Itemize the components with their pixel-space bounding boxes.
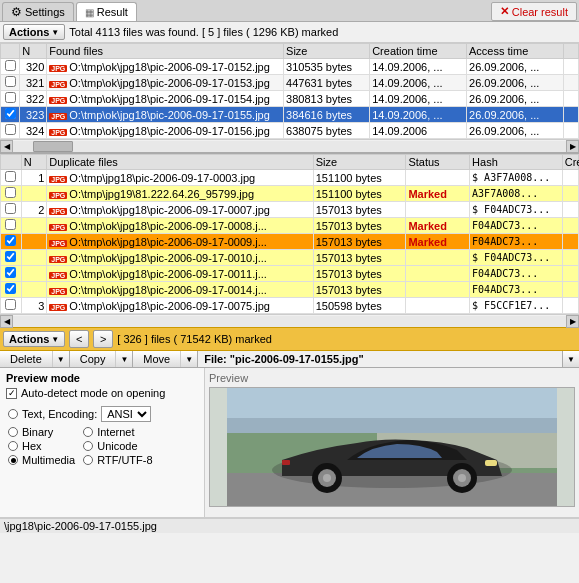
rtf-option[interactable]: RTF/UTF-8 <box>83 454 152 466</box>
status-path: \jpg18\pic-2006-09-17-0155.jpg <box>4 520 157 532</box>
delete-arrow[interactable]: ▼ <box>53 351 70 367</box>
dup-col-check <box>1 155 22 170</box>
top-actions-bar: Actions ▼ Total 4113 files was found. [ … <box>0 22 579 43</box>
internet-radio[interactable] <box>83 427 93 437</box>
move-button[interactable]: Move <box>133 351 181 367</box>
dup-row-status <box>406 202 470 218</box>
auto-detect-option[interactable]: ✓ Auto-detect mode on opening <box>6 387 198 399</box>
col-check <box>1 44 20 59</box>
row-checkbox[interactable] <box>1 123 20 139</box>
encoding-select[interactable]: ANSI <box>101 406 151 422</box>
dup-row-hash: F04ADC73... <box>470 266 563 282</box>
dup-row-checkbox[interactable] <box>1 186 22 202</box>
row-size: 638075 bytes <box>284 123 370 139</box>
dup-row-checkbox[interactable] <box>1 282 22 298</box>
dup-row-checkbox[interactable] <box>1 250 22 266</box>
tab-result[interactable]: ▦ Result <box>76 2 137 21</box>
dup-scroll-left[interactable]: ◀ <box>0 315 13 328</box>
row-created: 14.09.2006 <box>370 123 467 139</box>
top-actions-button[interactable]: Actions ▼ <box>3 24 65 40</box>
next-button[interactable]: > <box>93 330 113 348</box>
internet-option[interactable]: Internet <box>83 426 152 438</box>
binary-option[interactable]: Binary <box>8 426 75 438</box>
dup-row-status <box>406 266 470 282</box>
row-path: JPGO:\tmp\ok\jpg18\pic-2006-09-17-0154.j… <box>47 91 284 107</box>
row-checkbox[interactable] <box>1 59 20 75</box>
dup-row-hash: A3F7A008... <box>470 186 563 202</box>
multimedia-radio[interactable] <box>8 455 18 465</box>
row-num: 322 <box>20 91 47 107</box>
found-scrollbar[interactable]: ◀ ▶ <box>0 139 579 152</box>
dup-row-checkbox[interactable] <box>1 266 22 282</box>
dup-row-hash: $ F04ADC73... <box>470 250 563 266</box>
delete-button-group: Delete ▼ <box>0 351 70 367</box>
row-checkbox[interactable] <box>1 75 20 91</box>
prev-button[interactable]: < <box>69 330 89 348</box>
scroll-left-arrow[interactable]: ◀ <box>0 140 13 153</box>
dup-row-size: 151100 bytes <box>313 186 406 202</box>
dup-table-container: N Duplicate files Size Status Hash Cre 1… <box>0 154 579 314</box>
row-checkbox[interactable] <box>1 107 20 123</box>
unicode-radio[interactable] <box>83 441 93 451</box>
clear-result-button[interactable]: ✕ Clear result <box>491 2 577 21</box>
dup-row-checkbox[interactable] <box>1 218 22 234</box>
dup-row-cre <box>562 202 578 218</box>
dup-row-num <box>21 266 46 282</box>
auto-detect-check[interactable]: ✓ <box>6 388 17 399</box>
tab-settings[interactable]: ⚙ Settings <box>2 2 74 21</box>
dup-file-row[interactable]: JPGO:\tmp\ok\jpg18\pic-2006-09-17-0008.j… <box>1 218 579 234</box>
dup-file-row[interactable]: JPGO:\tmp\ok\jpg18\pic-2006-09-17-0010.j… <box>1 250 579 266</box>
found-file-row[interactable]: 324 JPGO:\tmp\ok\jpg18\pic-2006-09-17-01… <box>1 123 579 139</box>
dup-row-cre <box>562 218 578 234</box>
dup-row-num <box>21 186 46 202</box>
found-file-row[interactable]: 322 JPGO:\tmp\ok\jpg18\pic-2006-09-17-01… <box>1 91 579 107</box>
scroll-thumb[interactable] <box>33 141 73 152</box>
dup-row-path: JPGO:\tmp\ok\jpg18\pic-2006-09-17-0014.j… <box>47 282 313 298</box>
dup-row-status <box>406 250 470 266</box>
dup-row-checkbox[interactable] <box>1 234 22 250</box>
dup-scrollbar[interactable]: ◀ ▶ <box>0 314 579 327</box>
dup-file-row[interactable]: JPGO:\tmp\ok\jpg18\pic-2006-09-17-0014.j… <box>1 282 579 298</box>
dup-row-checkbox[interactable] <box>1 298 22 314</box>
col-created: Creation time <box>370 44 467 59</box>
copy-arrow[interactable]: ▼ <box>116 351 133 367</box>
unicode-option[interactable]: Unicode <box>83 440 152 452</box>
bottom-actions-button[interactable]: Actions ▼ <box>3 331 65 347</box>
text-radio[interactable] <box>8 409 18 419</box>
dup-file-row[interactable]: 2 JPGO:\tmp\ok\jpg18\pic-2006-09-17-0007… <box>1 202 579 218</box>
found-file-row[interactable]: 323 JPGO:\tmp\ok\jpg18\pic-2006-09-17-01… <box>1 107 579 123</box>
found-file-row[interactable]: 320 JPGO:\tmp\ok\jpg18\pic-2006-09-17-01… <box>1 59 579 75</box>
hex-radio[interactable] <box>8 441 18 451</box>
binary-radio[interactable] <box>8 427 18 437</box>
scroll-right-arrow[interactable]: ▶ <box>566 140 579 153</box>
row-created: 14.09.2006, ... <box>370 107 467 123</box>
found-file-row[interactable]: 321 JPGO:\tmp\ok\jpg18\pic-2006-09-17-01… <box>1 75 579 91</box>
row-extra <box>563 123 578 139</box>
copy-button[interactable]: Copy <box>70 351 117 367</box>
delete-button[interactable]: Delete <box>0 351 53 367</box>
dup-row-num <box>21 234 46 250</box>
dup-row-checkbox[interactable] <box>1 202 22 218</box>
preview-image-area <box>209 387 575 507</box>
dup-file-row[interactable]: 3 JPGO:\tmp\ok\jpg18\pic-2006-09-17-0075… <box>1 298 579 314</box>
dup-scroll-right[interactable]: ▶ <box>566 315 579 328</box>
row-checkbox[interactable] <box>1 91 20 107</box>
tab-result-label: Result <box>97 6 128 18</box>
dup-scroll-track <box>13 316 566 327</box>
dup-col-num: N <box>21 155 46 170</box>
dup-row-status: Marked <box>406 186 470 202</box>
col-access: Access time <box>467 44 564 59</box>
dup-file-row[interactable]: JPGO:\tmp\ok\jpg18\pic-2006-09-17-0009.j… <box>1 234 579 250</box>
dup-file-row[interactable]: JPGO:\tmp\jpg19\81.222.64.26_95799.jpg 1… <box>1 186 579 202</box>
rtf-radio[interactable] <box>83 455 93 465</box>
top-actions-label: Actions <box>9 26 49 38</box>
move-arrow[interactable]: ▼ <box>181 351 198 367</box>
dup-row-size: 157013 bytes <box>313 266 406 282</box>
dup-file-row[interactable]: JPGO:\tmp\ok\jpg18\pic-2006-09-17-0011.j… <box>1 266 579 282</box>
dup-row-checkbox[interactable] <box>1 170 22 186</box>
dup-row-num: 3 <box>21 298 46 314</box>
dup-file-row[interactable]: 1 JPGO:\tmp\jpg18\pic-2006-09-17-0003.jp… <box>1 170 579 186</box>
file-label-arrow[interactable]: ▼ <box>562 351 579 367</box>
multimedia-option[interactable]: Multimedia <box>8 454 75 466</box>
hex-option[interactable]: Hex <box>8 440 75 452</box>
